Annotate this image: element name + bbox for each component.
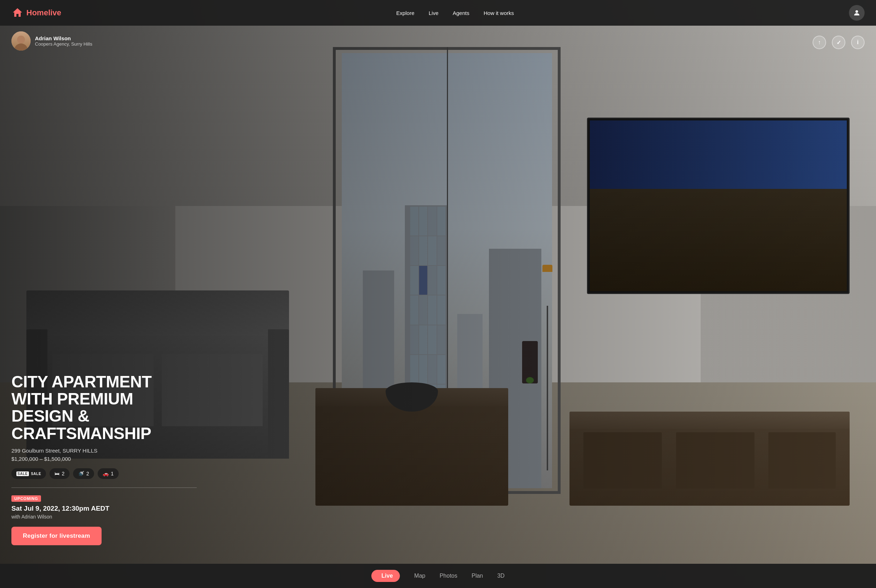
hero-section: Adrian Wilson Coopers Agency, Surry Hill… <box>0 0 876 588</box>
register-livestream-button[interactable]: Register for livestream <box>11 527 102 545</box>
car-icon: 🚗 <box>103 471 109 477</box>
property-address: 299 Goulburn Street, SURRY HILLS <box>11 448 197 454</box>
upcoming-badge: UPCOMING <box>11 495 41 502</box>
verify-button[interactable]: ✓ <box>832 36 845 49</box>
top-right-icons: ↑ ✓ i <box>813 36 865 49</box>
tab-photos[interactable]: Photos <box>440 573 457 579</box>
nav-agents[interactable]: Agents <box>453 10 470 16</box>
tab-map[interactable]: Map <box>414 573 425 579</box>
car-count: 1 <box>111 471 114 477</box>
property-price: $1,200,000 – $1,500,000 <box>11 456 197 462</box>
agent-text: Adrian Wilson Coopers Agency, Surry Hill… <box>35 35 92 46</box>
tab-plan[interactable]: Plan <box>471 573 483 579</box>
bed-icon: 🛏 <box>54 471 60 477</box>
bed-count: 2 <box>62 471 64 477</box>
svg-point-1 <box>855 10 858 13</box>
badge-sale: SALE Sale <box>11 468 46 479</box>
divider <box>11 488 197 488</box>
bath-icon: 🚿 <box>78 471 84 477</box>
livestream-date: Sat Jul 9, 2022, 12:30pm AEDT <box>11 505 197 513</box>
nav-how-it-works[interactable]: How it works <box>484 10 514 16</box>
navbar: Homelive Explore Live Agents How it work… <box>0 0 876 26</box>
agent-avatar-face <box>11 32 31 51</box>
logo[interactable]: Homelive <box>11 7 61 19</box>
bottom-tab-bar: Live Map Photos Plan 3D <box>0 564 876 588</box>
logo-text: Homelive <box>26 8 61 18</box>
livestream-with: with Adrian Wilson <box>11 514 197 520</box>
nav-live[interactable]: Live <box>429 10 439 16</box>
logo-icon <box>11 7 24 19</box>
hero-content: CITY APARTMENT WITH PREMIUM DESIGN & CRA… <box>11 373 197 545</box>
sale-icon: SALE <box>16 471 29 476</box>
tab-live[interactable]: Live <box>371 570 400 582</box>
svg-marker-0 <box>13 8 22 17</box>
agent-avatar <box>11 32 31 51</box>
nav-explore[interactable]: Explore <box>396 10 414 16</box>
user-icon <box>853 9 861 17</box>
bath-count: 2 <box>86 471 89 477</box>
badge-cars: 🚗 1 <box>98 468 118 479</box>
badge-beds: 🛏 2 <box>50 468 69 479</box>
agent-agency: Coopers Agency, Surry Hills <box>35 41 92 46</box>
property-badges: SALE Sale 🛏 2 🚿 2 🚗 1 <box>11 468 197 479</box>
nav-links: Explore Live Agents How it works <box>396 10 514 16</box>
badge-baths: 🚿 2 <box>73 468 94 479</box>
agent-name: Adrian Wilson <box>35 35 92 41</box>
agent-info: Adrian Wilson Coopers Agency, Surry Hill… <box>11 32 92 51</box>
sale-label: Sale <box>31 472 41 476</box>
user-profile-button[interactable] <box>849 5 865 21</box>
property-title: CITY APARTMENT WITH PREMIUM DESIGN & CRA… <box>11 373 197 442</box>
share-button[interactable]: ↑ <box>813 36 826 49</box>
tab-3d[interactable]: 3D <box>497 573 504 579</box>
info-button[interactable]: i <box>851 36 865 49</box>
